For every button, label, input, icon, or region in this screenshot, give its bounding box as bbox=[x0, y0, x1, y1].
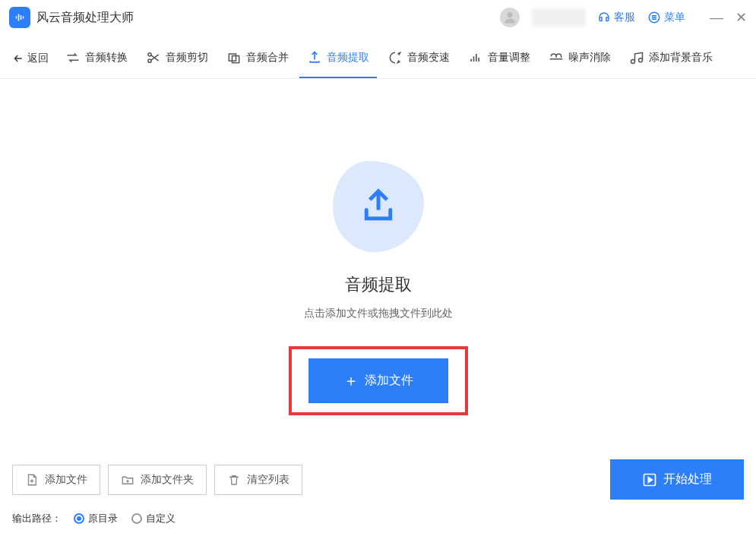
tab-audio-extract[interactable]: 音频提取 bbox=[299, 38, 377, 78]
arrow-left-icon bbox=[12, 52, 24, 65]
user-name-redacted bbox=[532, 8, 585, 27]
radio-dot-icon bbox=[131, 513, 142, 524]
back-button[interactable]: 返回 bbox=[6, 52, 55, 65]
svg-rect-0 bbox=[16, 17, 17, 19]
main-toolbar: 返回 音频转换 音频剪切 音频合并 音频提取 音频变速 音量调整 噪声消除 添加… bbox=[0, 38, 756, 79]
menu-link[interactable]: 菜单 bbox=[647, 11, 685, 24]
tab-background-music[interactable]: 添加背景音乐 bbox=[622, 38, 720, 78]
footer-add-file-button[interactable]: 添加文件 bbox=[12, 465, 100, 495]
start-processing-button[interactable]: 开始处理 bbox=[610, 459, 744, 500]
add-file-main-button[interactable]: ＋ 添加文件 bbox=[308, 358, 448, 403]
merge-icon bbox=[226, 50, 242, 65]
menu-icon bbox=[647, 11, 661, 24]
upload-icon bbox=[358, 186, 399, 227]
scissors-icon bbox=[146, 50, 161, 65]
app-logo-icon bbox=[9, 7, 30, 28]
radio-dot-icon bbox=[74, 513, 84, 524]
footer: 添加文件 添加文件夹 清空列表 开始处理 输出路径： 原目录 自定义 bbox=[0, 459, 756, 533]
music-note-icon bbox=[629, 50, 644, 65]
tab-noise-reduce[interactable]: 噪声消除 bbox=[541, 38, 618, 78]
plus-icon: ＋ bbox=[343, 371, 359, 391]
speed-icon bbox=[387, 50, 403, 65]
svg-point-4 bbox=[508, 12, 513, 17]
tab-volume-adjust[interactable]: 音量调整 bbox=[460, 38, 538, 78]
app-title: 风云音频处理大师 bbox=[36, 10, 134, 26]
close-button[interactable]: ✕ bbox=[735, 11, 747, 24]
footer-add-folder-button[interactable]: 添加文件夹 bbox=[108, 465, 207, 495]
tab-audio-speed[interactable]: 音频变速 bbox=[380, 38, 457, 78]
add-file-highlight: ＋ 添加文件 bbox=[289, 346, 468, 415]
upload-illustration bbox=[333, 161, 424, 252]
title-bar: 风云音频处理大师 客服 菜单 — ✕ bbox=[0, 0, 756, 35]
main-empty-state: 音频提取 点击添加文件或拖拽文件到此处 ＋ 添加文件 bbox=[0, 79, 756, 466]
radio-custom-dir[interactable]: 自定义 bbox=[131, 512, 176, 525]
empty-title: 音频提取 bbox=[345, 273, 412, 296]
tab-audio-merge[interactable]: 音频合并 bbox=[219, 38, 296, 78]
radio-original-dir[interactable]: 原目录 bbox=[74, 512, 118, 525]
empty-subtitle: 点击添加文件或拖拽文件到此处 bbox=[304, 307, 453, 320]
noise-icon bbox=[549, 50, 564, 65]
tab-audio-cut[interactable]: 音频剪切 bbox=[138, 38, 216, 78]
output-path-radio-group: 原目录 自定义 bbox=[74, 512, 176, 525]
volume-bars-icon bbox=[468, 50, 483, 65]
svg-rect-3 bbox=[23, 17, 24, 19]
headset-icon bbox=[597, 11, 611, 24]
tab-audio-convert[interactable]: 音频转换 bbox=[58, 38, 135, 78]
user-avatar[interactable] bbox=[500, 8, 520, 27]
footer-clear-list-button[interactable]: 清空列表 bbox=[214, 465, 302, 495]
play-icon bbox=[642, 472, 657, 487]
minimize-button[interactable]: — bbox=[710, 11, 723, 24]
customer-service-link[interactable]: 客服 bbox=[597, 11, 635, 24]
output-path-label: 输出路径： bbox=[12, 512, 62, 525]
trash-icon bbox=[227, 473, 241, 487]
extract-icon bbox=[307, 50, 322, 65]
svg-rect-2 bbox=[21, 15, 22, 20]
folder-plus-icon bbox=[121, 473, 134, 487]
svg-rect-1 bbox=[18, 14, 20, 21]
file-plus-icon bbox=[25, 473, 39, 487]
convert-icon bbox=[65, 50, 81, 65]
